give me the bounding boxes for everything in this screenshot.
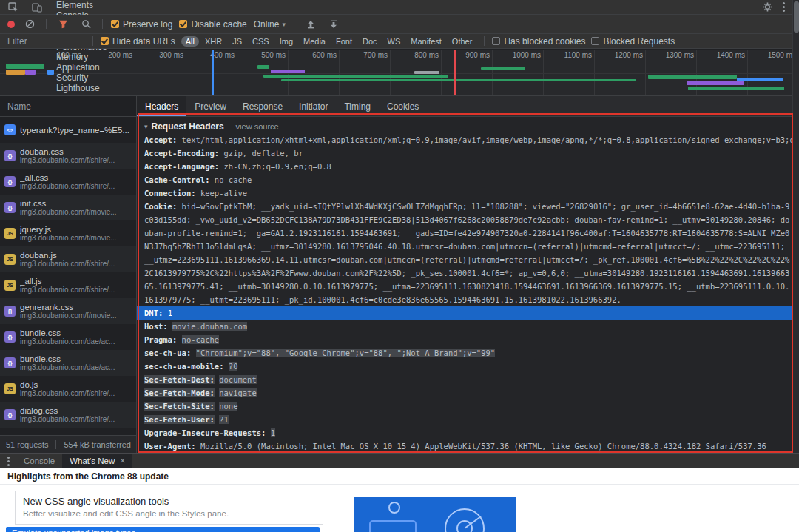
inspect-element-icon[interactable]	[5, 2, 21, 13]
request-domain: img3.doubanio.com/f/shire/...	[20, 415, 115, 423]
detail-tab[interactable]: Preview	[186, 96, 235, 116]
preserve-log-checkbox[interactable]: Preserve log	[111, 19, 172, 30]
detail-tab[interactable]: Cookies	[379, 96, 427, 116]
header-row[interactable]: Sec-Fetch-Site: none	[137, 400, 799, 413]
name-column-header[interactable]: Name	[0, 96, 136, 117]
kebab-menu-icon[interactable]	[775, 0, 792, 14]
request-row[interactable]: bundle.css img3.doubanio.com/dae/ac...	[0, 350, 136, 376]
requests-summary-bar: 51 requests 554 kB transferred	[0, 435, 136, 453]
resource-type-filter[interactable]: CSS	[248, 36, 274, 47]
throttling-value: Online	[254, 19, 280, 30]
resource-type-filter[interactable]: All	[181, 36, 199, 47]
filter-funnel-icon[interactable]	[55, 19, 71, 29]
resource-type-filter[interactable]: Manifest	[406, 36, 446, 47]
css-angle-illustration	[354, 497, 516, 532]
resource-type-filter[interactable]: Img	[275, 36, 297, 47]
devtools-tab[interactable]: Memory	[50, 52, 113, 62]
request-row[interactable]: _all.js img3.doubanio.com/f/shire/...	[0, 272, 136, 298]
header-row[interactable]: Accept-Language: zh-CN,zh;q=0.9,en;q=0.8	[137, 160, 799, 173]
request-row[interactable]: genrerank.css img3.doubanio.com/f/movie.…	[0, 298, 136, 324]
header-value: navigate	[219, 388, 257, 397]
devtools-tab[interactable]: Security	[50, 73, 113, 83]
devtools-tab[interactable]: Application	[50, 62, 113, 73]
detail-tab[interactable]: Headers	[137, 96, 186, 116]
timeline-tick: 1100 ms	[544, 50, 595, 95]
header-row[interactable]: Connection: keep-alive	[137, 186, 799, 200]
whats-new-next-item[interactable]: Emulate unsupported image types	[6, 527, 320, 532]
resource-type-filter[interactable]: Other	[448, 36, 477, 47]
card-title: New CSS angle visualization tools	[23, 496, 315, 507]
resource-type-filter[interactable]: Media	[299, 36, 330, 47]
request-row[interactable]: do.js img3.doubanio.com/f/shire/...	[0, 376, 136, 402]
request-row[interactable]: douban.js img3.doubanio.com/f/shire/...	[0, 246, 136, 272]
detail-tab[interactable]: Response	[235, 96, 291, 116]
network-overview-timeline[interactable]: 100 ms200 ms300 ms400 ms500 ms600 ms700 …	[0, 50, 799, 96]
filter-input[interactable]	[7, 36, 85, 47]
header-row[interactable]: User-Agent: Mozilla/5.0 (Macintosh; Inte…	[137, 440, 799, 453]
scrollbar-thumb[interactable]	[794, 1, 799, 33]
devtools-tab[interactable]: Lighthouse	[50, 83, 113, 93]
request-row[interactable]: dialog.css img3.doubanio.com/f/shire/...	[0, 402, 136, 428]
has-blocked-cookies-checkbox[interactable]: Has blocked cookies	[492, 36, 585, 47]
request-domain: img3.doubanio.com/f/shire/...	[20, 156, 115, 164]
header-row[interactable]: Accept: text/html,application/xhtml+xml,…	[137, 133, 799, 147]
request-row[interactable]: _all.css img3.doubanio.com/f/shire/...	[0, 169, 136, 195]
import-har-icon[interactable]	[303, 20, 319, 29]
request-domain: img3.doubanio.com/f/movie...	[20, 234, 117, 242]
header-row[interactable]: Host: movie.douban.com	[137, 320, 799, 333]
header-value: no-cache	[215, 175, 252, 184]
vertical-scrollbar[interactable]	[792, 0, 799, 453]
header-row[interactable]: Pragma: no-cache	[137, 333, 799, 346]
view-source-link[interactable]: view source	[236, 122, 279, 131]
resource-type-filter[interactable]: Doc	[358, 36, 382, 47]
header-row[interactable]: Sec-Fetch-Dest: document	[137, 373, 799, 386]
header-value: ?1	[219, 415, 229, 424]
request-row[interactable]: typerank?type_name=%E5...	[0, 117, 136, 143]
record-button[interactable]	[7, 21, 15, 28]
resource-type-filter[interactable]: WS	[383, 36, 405, 47]
card-subtitle: Better visualize and edit CSS angle in t…	[23, 509, 315, 518]
disclosure-triangle-icon[interactable]: ▾	[144, 123, 148, 130]
header-value: zh-CN,zh;q=0.9,en;q=0.8	[223, 162, 331, 171]
throttling-dropdown[interactable]: Online ▾	[254, 19, 286, 30]
timeline-divider	[0, 73, 799, 74]
header-row[interactable]: Upgrade-Insecure-Requests: 1	[137, 426, 799, 440]
clear-icon[interactable]	[21, 19, 38, 29]
header-row[interactable]: sec-ch-ua-mobile: ?0	[137, 360, 799, 373]
drawer-menu-icon[interactable]	[0, 454, 16, 468]
disable-cache-checkbox[interactable]: Disable cache	[179, 19, 246, 30]
header-row[interactable]: Cache-Control: no-cache	[137, 173, 799, 186]
resource-type-filter[interactable]: Font	[331, 36, 357, 47]
hide-data-urls-checkbox[interactable]: Hide data URLs	[101, 36, 175, 47]
header-row[interactable]: Cookie: bid=wSovEptkTbM; __yadk_uid=sIQt…	[137, 200, 799, 306]
request-row[interactable]: bundle.css img3.doubanio.com/dae/ac...	[0, 324, 136, 350]
resource-type-filter[interactable]: JS	[228, 36, 246, 47]
header-value: bid=wSovEptkTbM; __yadk_uid=sIQtYPlwlXh4…	[144, 202, 789, 304]
devtools-tab[interactable]: Elements	[50, 0, 113, 10]
request-row[interactable]: jquery.js img3.doubanio.com/f/movie...	[0, 220, 136, 246]
header-row[interactable]: Sec-Fetch-User: ?1	[137, 413, 799, 426]
header-row[interactable]: Accept-Encoding: gzip, deflate, br	[137, 147, 799, 160]
tab-whats-new[interactable]: What's New ×	[62, 454, 132, 468]
tab-console[interactable]: Console	[16, 454, 62, 468]
blocked-requests-checkbox[interactable]: Blocked Requests	[591, 36, 675, 47]
file-type-icon	[4, 228, 16, 239]
header-row[interactable]: sec-ch-ua: "Chromium";v="88", "Google Ch…	[137, 346, 799, 360]
detail-tab[interactable]: Timing	[336, 96, 379, 116]
export-har-icon[interactable]	[326, 20, 342, 29]
request-row[interactable]: init.css img3.doubanio.com/f/movie...	[0, 195, 136, 220]
request-name: _all.js	[20, 277, 115, 286]
detail-tab[interactable]: Initiator	[291, 96, 336, 116]
settings-gear-icon[interactable]	[759, 0, 775, 14]
header-row[interactable]: DNT: 1	[137, 306, 799, 320]
checkbox-checked-icon	[111, 20, 119, 28]
resource-type-filter[interactable]: XHR	[200, 36, 226, 47]
device-toolbar-icon[interactable]	[29, 2, 45, 13]
close-icon[interactable]: ×	[120, 457, 125, 465]
header-name: Accept-Encoding:	[144, 149, 219, 158]
header-row[interactable]: Sec-Fetch-Mode: navigate	[137, 386, 799, 400]
search-icon[interactable]	[78, 19, 94, 29]
request-row[interactable]: douban.css img3.doubanio.com/f/shire/...	[0, 143, 136, 169]
request-name: bundle.css	[20, 329, 115, 337]
whats-new-card[interactable]: New CSS angle visualization tools Better…	[15, 491, 323, 525]
